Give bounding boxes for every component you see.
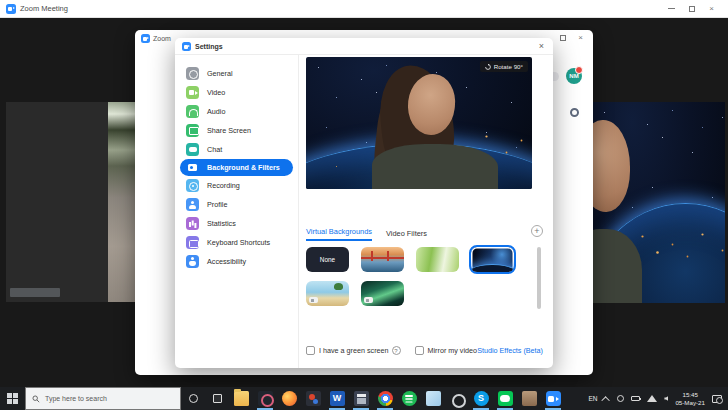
thumbnails-scrollbar[interactable] <box>537 247 541 309</box>
background-thumb-northern-lights[interactable] <box>361 281 404 306</box>
taskbar-file-explorer[interactable] <box>229 387 253 410</box>
background-thumb-grass[interactable] <box>416 247 459 272</box>
tray-date: 05-May-21 <box>675 399 705 407</box>
add-background-button[interactable]: + <box>531 225 543 237</box>
taskbar-media-player[interactable] <box>301 387 325 410</box>
background-thumb-none[interactable]: None <box>306 247 349 272</box>
sidebar-item-keyboard-shortcuts[interactable]: Keyboard Shortcuts <box>175 233 298 252</box>
participant-tile-dark <box>6 102 108 302</box>
notifications-icon[interactable] <box>712 395 722 403</box>
windows-logo-icon <box>7 393 18 404</box>
sidebar-item-statistics[interactable]: Statistics <box>175 214 298 233</box>
bar-chart-icon <box>186 217 199 230</box>
skype-icon: S <box>474 391 489 406</box>
screen: Zoom Meeting × Zoom <box>0 0 728 410</box>
background-thumbnails: None <box>306 247 528 306</box>
background-thumb-earth-space[interactable] <box>471 247 514 272</box>
meeting-window-titlebar: Zoom Meeting × <box>0 0 728 18</box>
taskbar-settings[interactable] <box>445 387 469 410</box>
sidebar-item-accessibility[interactable]: Accessibility <box>175 252 298 271</box>
search-icon <box>32 395 40 403</box>
taskbar-skype[interactable]: S <box>469 387 493 410</box>
zoom-app-icon <box>141 34 150 43</box>
video-background-badge-icon <box>309 297 318 303</box>
language-indicator[interactable]: EN <box>588 395 597 402</box>
sidebar-item-profile[interactable]: Profile <box>175 195 298 214</box>
close-icon[interactable]: × <box>709 5 714 13</box>
mirror-video-label: Mirror my video <box>428 346 478 355</box>
help-icon[interactable]: ? <box>392 346 401 355</box>
participant-name-pill <box>10 288 60 297</box>
taskbar-calculator[interactable] <box>349 387 373 410</box>
background-tabs: Virtual Backgrounds Video Filters <box>306 227 427 241</box>
sidebar-item-general[interactable]: General <box>175 64 298 83</box>
maximize-icon[interactable] <box>560 35 566 41</box>
speaker-icon[interactable] <box>664 396 668 401</box>
taskbar-photos[interactable] <box>253 387 277 410</box>
taskbar-spotify[interactable] <box>397 387 421 410</box>
person-icon <box>186 198 199 211</box>
chevron-up-icon[interactable] <box>602 396 610 404</box>
meeting-window-title: Zoom Meeting <box>20 4 68 13</box>
taskbar-sticky-notes[interactable] <box>421 387 445 410</box>
word-icon: W <box>330 391 345 406</box>
settings-dialog: Settings × General Video Audio Share Scr… <box>175 38 553 368</box>
background-thumb-beach[interactable] <box>306 281 349 306</box>
profile-avatar[interactable]: NM <box>566 68 582 84</box>
sidebar-item-audio[interactable]: Audio <box>175 102 298 121</box>
settings-main-panel: Rotate 90° Virtual Backgrounds Video Fil… <box>300 55 553 368</box>
record-icon <box>186 179 199 192</box>
video-background-badge-icon <box>364 297 373 303</box>
person-body <box>372 144 499 189</box>
settings-gear-icon[interactable] <box>570 108 579 117</box>
sidebar-item-recording[interactable]: Recording <box>175 176 298 195</box>
minimize-icon[interactable] <box>668 8 675 9</box>
line-icon <box>498 391 513 406</box>
zoom-home-title: Zoom <box>153 35 171 42</box>
background-thumb-golden-gate-bridge[interactable] <box>361 247 404 272</box>
video-camera-icon <box>186 86 199 99</box>
green-screen-checkbox[interactable] <box>306 346 315 355</box>
sidebar-item-video[interactable]: Video <box>175 83 298 102</box>
wifi-icon[interactable] <box>647 395 657 402</box>
taskbar-firefox[interactable] <box>277 387 301 410</box>
rotate-90-button[interactable]: Rotate 90° <box>480 61 528 72</box>
contact-photo-icon <box>522 391 537 406</box>
taskbar-contact[interactable] <box>517 387 541 410</box>
chrome-icon <box>378 391 393 406</box>
share-screen-icon <box>186 124 199 137</box>
media-player-icon <box>306 391 321 406</box>
gear-icon <box>186 67 199 80</box>
system-tray: EN 15:45 05-May-21 <box>588 387 728 410</box>
settings-titlebar: Settings × <box>175 38 553 55</box>
taskbar: Type here to search W S EN 15:45 05-May-… <box>0 387 728 410</box>
keyboard-icon <box>186 236 199 249</box>
studio-effects-link[interactable]: Studio Effects (Beta) <box>477 346 543 355</box>
rotate-icon <box>485 64 491 70</box>
taskbar-zoom[interactable] <box>541 387 565 410</box>
battery-icon[interactable] <box>631 396 640 401</box>
settings-footer: I have a green screen ? Mirror my video … <box>306 346 543 355</box>
sidebar-item-chat[interactable]: Chat <box>175 140 298 159</box>
close-icon[interactable]: × <box>578 34 583 42</box>
tab-virtual-backgrounds[interactable]: Virtual Backgrounds <box>306 227 372 241</box>
taskbar-line[interactable] <box>493 387 517 410</box>
close-icon[interactable]: × <box>539 41 546 51</box>
maximize-icon[interactable] <box>689 6 695 12</box>
taskbar-search-input[interactable]: Type here to search <box>25 387 181 410</box>
task-view-icon <box>213 394 222 403</box>
calculator-icon <box>354 391 369 406</box>
taskbar-word[interactable]: W <box>325 387 349 410</box>
taskbar-chrome[interactable] <box>373 387 397 410</box>
tab-video-filters[interactable]: Video Filters <box>386 229 427 241</box>
mirror-video-checkbox[interactable] <box>415 346 424 355</box>
sidebar-item-share-screen[interactable]: Share Screen <box>175 121 298 140</box>
start-button[interactable] <box>0 387 25 410</box>
cortana-button[interactable] <box>181 387 205 410</box>
sync-icon[interactable] <box>617 395 624 402</box>
zoom-app-icon <box>6 4 16 14</box>
firefox-icon <box>282 391 297 406</box>
clock[interactable]: 15:45 05-May-21 <box>675 391 705 406</box>
sidebar-item-background-filters[interactable]: Background & Filters <box>180 159 293 176</box>
task-view-button[interactable] <box>205 387 229 410</box>
